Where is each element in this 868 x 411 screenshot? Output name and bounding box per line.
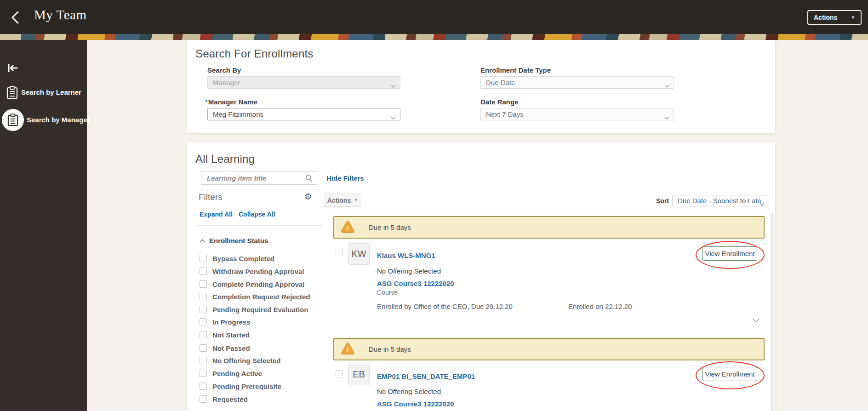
- sort-select[interactable]: Due Date - Soonest to Late: [672, 195, 769, 206]
- filter-option[interactable]: Complete Pending Approval: [200, 279, 304, 289]
- filters-title: Filters: [199, 192, 223, 202]
- offering-status: No Offering Selected: [377, 388, 441, 395]
- filter-option-label: Complete Pending Approval: [212, 280, 304, 288]
- checkbox[interactable]: [200, 293, 207, 300]
- filter-option[interactable]: Bypass Completed: [200, 253, 274, 263]
- due-banner-text: Due in 5 days: [369, 345, 411, 353]
- chevron-down-icon: [391, 81, 396, 89]
- filter-option[interactable]: Pending Active: [200, 368, 262, 378]
- sidebar-item-label: Search by Learner: [21, 88, 81, 96]
- search-for-enrollments-panel: Search For Enrollments Search By Manager…: [187, 40, 775, 133]
- filter-option[interactable]: Completion Request Rejected: [200, 291, 310, 302]
- search-by-value: Manager: [213, 79, 240, 86]
- filter-option[interactable]: No Offering Selected: [200, 355, 280, 365]
- enrollment-date-type-select[interactable]: Due Date: [480, 76, 674, 89]
- checkbox[interactable]: [200, 382, 207, 390]
- sort-label: Sort: [656, 197, 669, 205]
- sidebar-item-search-by-manager[interactable]: Search by Manager: [0, 108, 87, 134]
- warning-icon: !: [341, 342, 355, 357]
- active-item-circle: [2, 109, 24, 131]
- manager-name-select[interactable]: Meg Fitzimmons: [207, 108, 400, 120]
- caret-down-icon: ▼: [851, 15, 855, 20]
- clipboard-icon: [7, 114, 18, 126]
- date-range-label: Date Range: [480, 98, 519, 106]
- gear-icon[interactable]: ⚙: [304, 191, 312, 201]
- checkbox[interactable]: [200, 280, 207, 288]
- checkbox[interactable]: [200, 357, 207, 364]
- panel-title: All Learning: [195, 153, 255, 166]
- date-range-select[interactable]: Next 7 Days: [480, 108, 674, 120]
- actions-button[interactable]: Actions ▼: [807, 10, 862, 25]
- learning-search-input[interactable]: [201, 171, 317, 184]
- chevron-up-icon: [200, 236, 205, 245]
- divider: [196, 225, 322, 226]
- filter-option-label: No Offering Selected: [212, 357, 280, 365]
- all-learning-panel: All Learning Hide Filters Filters ⚙ Expa…: [187, 143, 775, 411]
- clipboard-icon: [6, 86, 18, 101]
- sort-value: Due Date - Soonest to Late: [678, 197, 761, 205]
- avatar: KW: [348, 243, 370, 265]
- course-link[interactable]: ASG Course3 12222020: [377, 400, 454, 408]
- back-icon[interactable]: [8, 10, 24, 25]
- filter-option[interactable]: Requested: [200, 394, 248, 404]
- filter-option[interactable]: Pending Prerequisite: [200, 381, 281, 391]
- manager-name-label: *Manager Name: [205, 98, 257, 106]
- checkbox[interactable]: [200, 255, 207, 262]
- divider: [324, 212, 766, 212]
- collapse-all-link[interactable]: Collapse All: [239, 211, 275, 218]
- filter-option-label: Not Passed: [212, 344, 250, 352]
- expand-all-link[interactable]: Expand All: [200, 211, 233, 218]
- filter-option[interactable]: Withdraw Pending Approval: [200, 266, 304, 276]
- svg-text:!: !: [347, 346, 349, 354]
- enrollment-status-group-toggle[interactable]: Enrollment Status: [200, 236, 268, 245]
- list-scrollbar[interactable]: [771, 212, 774, 411]
- learning-search-box: [201, 171, 317, 185]
- row-checkbox[interactable]: [336, 248, 343, 255]
- checkbox[interactable]: [200, 370, 207, 377]
- required-asterisk: *: [205, 98, 208, 106]
- view-enrollment-button[interactable]: View Enrollment: [702, 367, 757, 381]
- search-by-label: Search By: [207, 66, 241, 74]
- filter-option[interactable]: Not Started: [200, 330, 250, 340]
- hide-filters-link[interactable]: Hide Filters: [326, 174, 364, 182]
- manager-name-value: Meg Fitzimmons: [213, 110, 263, 118]
- checkbox[interactable]: [200, 268, 207, 275]
- filter-option-label: Bypass Completed: [212, 255, 274, 263]
- search-by-select[interactable]: Manager: [207, 76, 400, 89]
- expand-row-chevron-icon[interactable]: [752, 316, 760, 325]
- divider: [196, 189, 322, 189]
- decorative-banner-strip: [0, 34, 868, 40]
- filter-option-label: Pending Required Evaluation: [212, 306, 308, 314]
- filter-option[interactable]: Not Passed: [200, 343, 250, 353]
- course-link[interactable]: ASG Course3 12222020: [377, 280, 454, 287]
- learner-name-link[interactable]: EMP01 BI_SEN_DATE_EMP01: [377, 372, 475, 380]
- course-type: Course: [377, 289, 398, 296]
- view-enrollment-button[interactable]: View Enrollment: [702, 246, 757, 261]
- sidebar-item-search-by-learner[interactable]: Search by Learner: [0, 82, 87, 104]
- checkbox[interactable]: [200, 395, 207, 403]
- sidebar-item-label: Search by Manager: [27, 116, 90, 124]
- chevron-down-icon: [391, 113, 396, 120]
- filter-option-label: In Progress: [212, 318, 251, 326]
- filter-option-label: Pending Prerequisite: [212, 382, 281, 390]
- actions-button-label: Actions: [814, 14, 837, 21]
- list-actions-button[interactable]: Actions ▼: [324, 194, 361, 207]
- caret-down-icon: ▼: [354, 198, 358, 202]
- checkbox[interactable]: [200, 318, 207, 325]
- filter-option[interactable]: In Progress: [200, 317, 251, 327]
- chevron-down-icon: [664, 81, 669, 89]
- date-range-value: Next 7 Days: [486, 110, 524, 118]
- svg-text:!: !: [347, 224, 349, 232]
- checkbox[interactable]: [200, 331, 207, 338]
- filter-option[interactable]: Pending Required Evaluation: [200, 304, 308, 314]
- checkbox[interactable]: [200, 306, 207, 313]
- learner-name-link[interactable]: Klaus WLS-MNG1: [377, 251, 435, 259]
- row-checkbox[interactable]: [336, 370, 343, 377]
- due-banner-text: Due in 5 days: [369, 223, 411, 231]
- collapse-panel-icon[interactable]: [7, 63, 18, 73]
- page-title: My Team: [34, 7, 87, 23]
- filter-option-label: Withdraw Pending Approval: [212, 268, 304, 275]
- checkbox[interactable]: [200, 344, 207, 352]
- filter-option-label: Not Started: [212, 331, 250, 339]
- search-icon[interactable]: [305, 174, 313, 185]
